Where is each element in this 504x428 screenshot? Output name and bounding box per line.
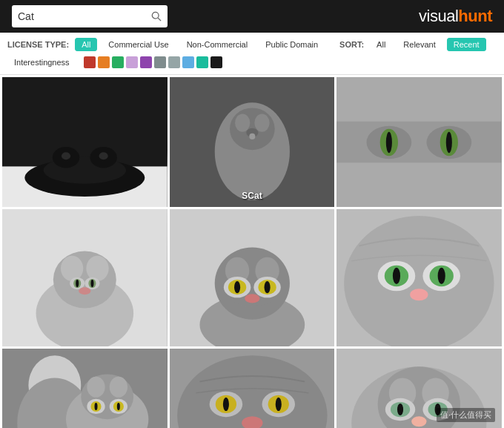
filter-commercial[interactable]: Commercial Use <box>102 38 175 51</box>
sort-relevant[interactable]: Relevant <box>397 38 442 51</box>
watermark: 值·什么值得买 <box>437 408 495 422</box>
svg-point-24 <box>446 132 452 153</box>
search-icon <box>151 11 162 22</box>
swatch-red[interactable] <box>84 56 96 68</box>
cat-image-5 <box>170 209 335 346</box>
cat-image-3 <box>336 77 502 207</box>
cat-image-6 <box>336 209 502 346</box>
svg-point-29 <box>86 256 108 281</box>
cat-image-4 <box>2 209 168 346</box>
svg-point-0 <box>152 12 159 19</box>
header: visualhunt <box>0 0 504 33</box>
swatch-teal[interactable] <box>196 56 208 68</box>
svg-point-56 <box>393 268 400 284</box>
swatch-lavender[interactable] <box>126 56 138 68</box>
sort-recent[interactable]: Recent <box>447 38 486 51</box>
swatch-orange[interactable] <box>98 56 110 68</box>
grid-item-3[interactable] <box>336 77 502 207</box>
filter-noncommercial[interactable]: Non-Commercial <box>180 38 255 51</box>
swatch-silver[interactable] <box>168 56 180 68</box>
svg-point-92 <box>412 416 427 427</box>
cat-image-1 <box>2 77 168 207</box>
svg-point-23 <box>386 132 392 153</box>
cat-image-2 <box>170 77 335 207</box>
grid-item-6[interactable] <box>336 209 502 346</box>
svg-point-48 <box>245 294 259 303</box>
svg-point-47 <box>264 281 270 293</box>
filter-all[interactable]: All <box>75 38 97 51</box>
license-label: LICENSE TYPE: <box>7 40 69 49</box>
grid-item-4[interactable] <box>2 209 168 346</box>
filter-publicdomain[interactable]: Public Domain <box>259 38 325 51</box>
swatch-gray[interactable] <box>154 56 166 68</box>
logo-hunt: hunt <box>458 7 492 25</box>
search-button[interactable] <box>145 8 168 24</box>
sort-all[interactable]: All <box>370 38 392 51</box>
logo: visualhunt <box>419 7 492 26</box>
sort-label: SORT: <box>339 40 364 49</box>
search-input[interactable] <box>12 7 145 25</box>
search-form[interactable] <box>12 5 168 27</box>
svg-point-28 <box>61 256 83 281</box>
svg-point-34 <box>76 280 79 287</box>
svg-point-27 <box>53 251 116 309</box>
swatch-black[interactable] <box>210 56 222 68</box>
svg-point-50 <box>344 216 494 346</box>
svg-point-14 <box>254 114 269 132</box>
svg-point-58 <box>411 289 428 300</box>
svg-point-8 <box>62 152 70 159</box>
swatch-purple[interactable] <box>140 56 152 68</box>
svg-point-9 <box>99 152 108 159</box>
svg-point-35 <box>90 280 93 287</box>
svg-point-13 <box>235 114 250 132</box>
svg-point-64 <box>87 376 105 397</box>
svg-point-90 <box>397 404 403 415</box>
svg-rect-18 <box>336 122 502 163</box>
svg-point-65 <box>110 376 127 397</box>
logo-visual: visual <box>419 7 458 25</box>
svg-point-46 <box>234 281 240 293</box>
svg-point-70 <box>94 403 97 410</box>
svg-point-71 <box>117 403 120 410</box>
svg-point-57 <box>438 268 445 284</box>
svg-point-78 <box>223 398 229 411</box>
grid-item-7[interactable] <box>2 349 168 428</box>
swatch-green[interactable] <box>112 56 124 68</box>
grid-item-8[interactable] <box>170 349 335 428</box>
cat-image-7 <box>2 349 168 428</box>
grid-item-1[interactable] <box>2 77 168 207</box>
swatch-lightblue[interactable] <box>182 56 194 68</box>
image-grid: SCat <box>0 75 504 428</box>
svg-point-79 <box>275 398 281 411</box>
grid-item-2[interactable]: SCat <box>170 77 335 207</box>
filter-bar: LICENSE TYPE: All Commercial Use Non-Com… <box>0 33 504 75</box>
grid-item-5[interactable] <box>170 209 335 346</box>
svg-point-36 <box>79 287 90 294</box>
svg-point-16 <box>249 134 255 139</box>
cat-image-8 <box>170 349 335 428</box>
svg-line-1 <box>158 18 161 21</box>
color-swatches <box>84 56 222 68</box>
sort-interestingness[interactable]: Interestingness <box>7 56 76 69</box>
